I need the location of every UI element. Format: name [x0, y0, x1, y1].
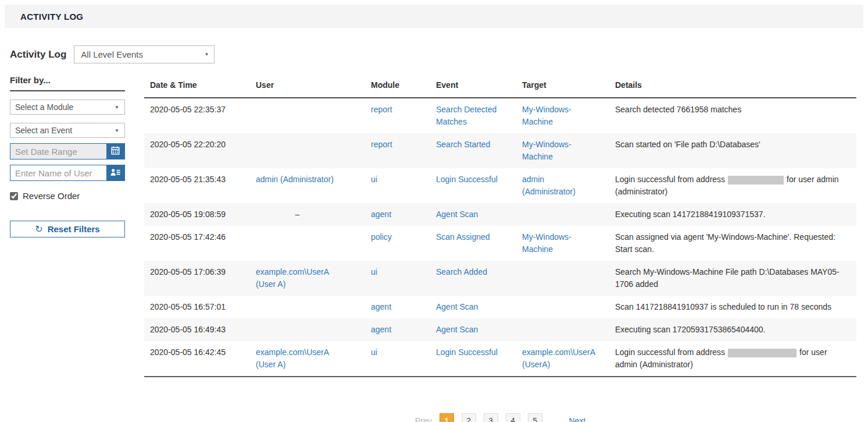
reverse-order-row: Reverse Order: [10, 191, 125, 201]
cell-datetime: 2020-05-05 16:57:01: [144, 296, 256, 318]
cell-target: [522, 296, 615, 318]
event-link[interactable]: Search Started: [436, 140, 490, 149]
module-link[interactable]: report: [371, 105, 392, 114]
event-link[interactable]: Search Added: [436, 267, 487, 276]
event-link[interactable]: Agent Scan: [436, 302, 478, 311]
level-events-select[interactable]: All Level Events ▼: [74, 45, 215, 63]
user-link[interactable]: admin (Administrator): [256, 175, 334, 184]
pagination-prev[interactable]: Prev: [415, 416, 432, 422]
target-link[interactable]: My-Windows-Machine: [522, 140, 571, 161]
cell-user: [256, 133, 371, 168]
cell-details: Search detected 7661958 matches: [615, 98, 856, 133]
event-link[interactable]: Agent Scan: [436, 325, 478, 334]
cell-user: [256, 98, 371, 133]
user-link[interactable]: example.com\UserA (User A): [256, 267, 328, 289]
table-row: 2020-05-05 16:49:43 agent Agent Scan Exe…: [144, 318, 856, 341]
cell-target: [522, 318, 615, 341]
cell-details: Login successful from addressfor user ad…: [615, 341, 856, 377]
event-link[interactable]: Login Successful: [436, 347, 498, 357]
activity-table: Date & Time User Module Event Target Det…: [144, 75, 856, 377]
user-list-button[interactable]: [106, 165, 124, 180]
activity-log-heading: Activity Log: [10, 49, 66, 61]
target-link[interactable]: admin (Administrator): [522, 175, 576, 196]
module-link[interactable]: policy: [371, 232, 392, 242]
pagination-page-4[interactable]: 4: [506, 413, 520, 422]
cell-event: Agent Scan: [436, 318, 522, 341]
cell-target: My-Windows-Machine: [522, 98, 615, 133]
module-link[interactable]: ui: [371, 175, 377, 184]
module-link[interactable]: ui: [371, 267, 377, 276]
pagination-page-5[interactable]: 5: [528, 413, 542, 422]
cell-details: Executing scan 14172188419109371537.: [615, 203, 856, 226]
module-link[interactable]: agent: [371, 210, 391, 219]
module-select[interactable]: Select a Module ▼: [10, 100, 125, 115]
date-range-group: [10, 143, 125, 159]
reverse-order-checkbox[interactable]: [10, 192, 18, 200]
event-select[interactable]: Select an Event ▼: [10, 123, 125, 138]
target-link[interactable]: example.com\UserA (UserA): [522, 347, 595, 369]
col-header-user: User: [256, 75, 371, 98]
event-link[interactable]: Scan Assigned: [436, 232, 490, 242]
cell-user: [256, 296, 371, 318]
level-events-select-value: All Level Events: [81, 49, 143, 59]
cell-user: example.com\UserA (User A): [256, 261, 371, 296]
cell-target: example.com\UserA (UserA): [522, 341, 615, 377]
module-select-value: Select a Module: [15, 102, 73, 112]
user-list-icon: [110, 168, 120, 178]
cell-target: [522, 261, 615, 296]
cell-user: [256, 226, 371, 261]
module-link[interactable]: agent: [371, 325, 391, 334]
chevron-down-icon: ▼: [115, 105, 119, 110]
table-row: 2020-05-05 19:08:59 – agent Agent Scan E…: [144, 203, 856, 226]
cell-event: Login Successful: [436, 168, 522, 203]
cell-details: Search My-Windows-Machine File path D:\D…: [615, 261, 856, 296]
cell-datetime: 2020-05-05 16:42:45: [144, 341, 256, 377]
module-link[interactable]: agent: [371, 302, 391, 311]
cell-details: Scan 1417218841910937 is scheduled to ru…: [615, 296, 856, 318]
reset-filters-label: Reset Filters: [48, 224, 100, 234]
user-filter-group: [10, 165, 125, 181]
event-link[interactable]: Agent Scan: [436, 210, 478, 219]
user-name-input[interactable]: [10, 165, 106, 180]
module-link[interactable]: report: [371, 140, 392, 149]
date-range-input[interactable]: [10, 144, 106, 159]
page-title: ACTIVITY LOG: [20, 12, 83, 22]
cell-target: admin (Administrator): [522, 168, 615, 203]
event-link[interactable]: Search Detected Matches: [436, 105, 496, 126]
cell-module: ui: [371, 168, 436, 203]
reverse-order-label[interactable]: Reverse Order: [23, 191, 80, 201]
cell-module: ui: [371, 261, 436, 296]
cell-module: report: [371, 133, 436, 168]
cell-datetime: 2020-05-05 17:42:46: [144, 226, 256, 261]
cell-datetime: 2020-05-05 16:49:43: [144, 318, 256, 341]
user-link[interactable]: example.com\UserA (User A): [256, 347, 328, 369]
cell-event: Agent Scan: [436, 296, 522, 318]
filter-sidebar: Filter by... Select a Module ▼ Select an…: [10, 75, 125, 422]
cell-details: Login successful from addressfor user ad…: [615, 168, 856, 203]
reset-filters-button[interactable]: ↻ Reset Filters: [10, 221, 125, 237]
table-row: 2020-05-05 17:42:46 policy Scan Assigned…: [144, 226, 856, 261]
chevron-down-icon: ▼: [115, 128, 119, 133]
cell-datetime: 2020-05-05 17:06:39: [144, 261, 256, 296]
target-link[interactable]: My-Windows-Machine: [522, 232, 571, 254]
cell-module: agent: [371, 203, 436, 226]
cell-module: report: [371, 98, 436, 133]
calendar-icon: [111, 146, 120, 157]
pagination-next[interactable]: Next: [569, 416, 585, 422]
details-text: Login successful from address: [615, 347, 725, 357]
pagination-page-2[interactable]: 2: [462, 413, 476, 422]
module-link[interactable]: ui: [371, 347, 377, 357]
cell-details: Scan assigned via agent 'My-Windows-Mach…: [615, 226, 856, 261]
cell-module: ui: [371, 341, 436, 377]
calendar-button[interactable]: [106, 144, 124, 159]
target-link[interactable]: My-Windows-Machine: [522, 105, 571, 126]
col-header-module: Module: [371, 75, 436, 98]
cell-event: Search Detected Matches: [436, 98, 522, 133]
pagination-page-3[interactable]: 3: [484, 413, 498, 422]
table-header-row: Date & Time User Module Event Target Det…: [144, 75, 856, 98]
pagination-page-1[interactable]: 1: [440, 413, 454, 422]
cell-module: policy: [371, 226, 436, 261]
redacted-ip-address: [728, 349, 796, 357]
content: Filter by... Select a Module ▼ Select an…: [0, 75, 868, 422]
event-link[interactable]: Login Successful: [436, 175, 498, 184]
